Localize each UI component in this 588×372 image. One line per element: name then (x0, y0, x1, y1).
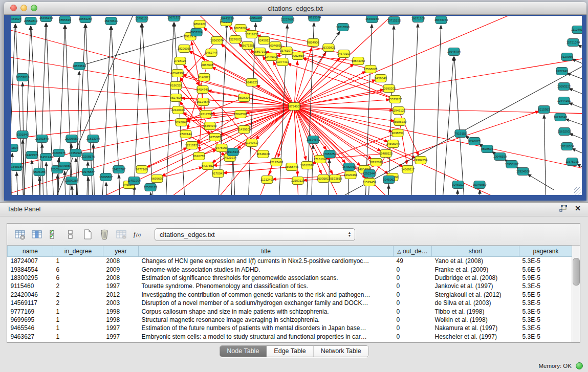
table-cell[interactable]: de Silva et al. (2003) (432, 299, 519, 307)
graph-node[interactable]: 20208576 (81, 153, 95, 161)
table-cell[interactable]: 0 (394, 291, 432, 299)
graph-node[interactable]: 18843362 (352, 57, 365, 65)
table-cell[interactable]: 22420046 (8, 291, 53, 299)
table-row[interactable]: 1872400712008Changes of HCN gene express… (8, 257, 573, 266)
graph-node[interactable]: 20553819 (24, 17, 38, 25)
graph-node[interactable]: 12446925 (265, 53, 278, 61)
table-cell[interactable]: 0 (394, 274, 432, 282)
table-cell[interactable]: 5.3E-5 (519, 307, 573, 315)
table-cell[interactable]: 2012 (103, 291, 139, 299)
table-cell[interactable]: 0 (394, 324, 432, 332)
table-row[interactable]: 1830029562008Estimation of significance … (8, 274, 573, 282)
table-cell[interactable]: 2008 (103, 257, 139, 266)
graph-node[interactable]: 9699695 (151, 175, 163, 183)
minimize-window-button[interactable] (20, 5, 27, 11)
graph-node[interactable]: 11548408 (256, 150, 270, 158)
table-cell[interactable]: Jankovic et al. (1997) (432, 282, 519, 290)
graph-node[interactable]: 9375885 (209, 134, 221, 141)
rows-icon[interactable] (63, 227, 78, 242)
graph-node[interactable]: 16339821 (322, 44, 336, 52)
graph-node[interactable]: 17359928 (69, 149, 83, 157)
column-header-short[interactable]: short (432, 246, 519, 257)
graph-node[interactable]: 9855819 (59, 16, 71, 24)
table-cell[interactable]: 1 (53, 257, 103, 266)
table-cell[interactable]: Investigating the contribution of common… (139, 291, 394, 299)
graph-node[interactable]: 22420046 (171, 106, 185, 114)
graph-node[interactable]: 2803144 (180, 130, 192, 138)
table-cell[interactable]: 5.3E-5 (519, 299, 573, 307)
graph-node[interactable]: 12503123 (291, 177, 305, 185)
graph-node[interactable]: 16210643 (554, 114, 568, 121)
new-file-icon[interactable] (80, 227, 95, 242)
table-settings-icon[interactable] (12, 227, 28, 242)
graph-node[interactable]: 16671308 (411, 16, 425, 23)
column-header-in_degree[interactable]: in_degree (53, 246, 103, 257)
graph-node[interactable]: 9827508 (170, 94, 182, 102)
graph-node[interactable]: 15751074 (567, 39, 580, 47)
table-cell[interactable]: 5.3E-5 (519, 316, 573, 324)
graph-node[interactable]: 14569117 (401, 166, 415, 173)
table-cell[interactable]: 1 (53, 333, 103, 341)
graph-node[interactable]: 2867608 (201, 61, 213, 69)
table-cell[interactable]: 5.3E-5 (519, 333, 573, 341)
function-builder-icon[interactable]: f(x) (130, 227, 146, 242)
table-cell[interactable]: Franke et al. (2009) (432, 265, 519, 273)
table-cell[interactable]: 1998 (103, 307, 139, 315)
column-header-out_de[interactable]: △out_de… (394, 246, 432, 257)
table-row[interactable]: 946362711997Embryonic stem cells: a mode… (8, 333, 573, 341)
table-cell[interactable]: 1997 (103, 282, 139, 290)
table-cell[interactable]: 1 (53, 324, 103, 332)
graph-node[interactable]: 10553287 (249, 16, 263, 22)
graph-node[interactable]: 9245022 (452, 181, 464, 189)
graph-node[interactable]: 9463627 (11, 16, 21, 23)
graph-node[interactable]: 16867198 (253, 48, 267, 56)
graph-node[interactable]: 20206576 (52, 149, 66, 157)
scrollbar-thumb[interactable] (573, 258, 580, 286)
graph-node[interactable]: 20443719 (221, 16, 234, 23)
graph-node[interactable]: 10653267 (234, 25, 248, 32)
graph-node[interactable]: 15692931 (558, 128, 572, 136)
table-cell[interactable]: Tibbo et al. (1998) (432, 307, 519, 315)
graph-node[interactable]: 13534571 (307, 136, 320, 144)
graph-node[interactable]: 9246025 (468, 138, 481, 145)
table-cell[interactable]: 5.5E-5 (519, 291, 573, 299)
tab-edge-table[interactable]: Edge Table (267, 346, 313, 357)
graph-node[interactable]: 8610755 (193, 152, 205, 160)
table-cell[interactable]: 5.9E-5 (519, 274, 573, 282)
close-window-button[interactable] (10, 5, 17, 11)
graph-node[interactable]: 18226058 (178, 45, 191, 53)
graph-node[interactable]: 15227602 (281, 16, 295, 24)
graph-node[interactable]: 17240417 (245, 139, 259, 147)
graph-node[interactable]: 9505185 (33, 168, 46, 176)
table-source-dropdown[interactable]: citations_edges.txt ▲▼ (155, 228, 355, 241)
column-header-name[interactable]: name (8, 246, 53, 257)
zoom-window-button[interactable] (31, 5, 37, 11)
window-titlebar[interactable]: citations_edges.txt (4, 2, 586, 15)
graph-node[interactable]: 9129966 (561, 53, 573, 61)
table-cell[interactable]: 0 (394, 307, 432, 315)
graph-node[interactable]: 9860123 (193, 20, 206, 28)
graph-node[interactable]: 12920461 (344, 171, 358, 179)
graph-node[interactable]: 16494049 (203, 122, 217, 130)
graph-node[interactable]: 9170041 (212, 170, 224, 178)
graph-node[interactable]: 10719155 (245, 31, 259, 38)
graph-node[interactable]: 18313074 (308, 16, 321, 21)
graph-node[interactable]: 17016504 (560, 143, 574, 150)
graph-node[interactable]: 12093522 (557, 83, 571, 91)
graph-node[interactable]: 11529459 (363, 179, 377, 186)
network-canvas[interactable]: 18724007 9860123 8912954 18226058 271812… (11, 16, 582, 195)
table-cell[interactable]: 6 (53, 274, 103, 282)
graph-node[interactable]: 10553819 (16, 74, 30, 81)
graph-node[interactable]: 8838304 (238, 94, 250, 102)
graph-node[interactable]: 11212491 (260, 176, 274, 184)
table-cell[interactable]: Embryonic stem cells: a model to study s… (139, 333, 394, 341)
graph-node[interactable]: 2718126 (174, 57, 186, 65)
graph-node[interactable]: 16543392 (171, 70, 185, 77)
graph-node[interactable]: 15124549 (197, 98, 210, 106)
graph-node[interactable]: 11945123 (392, 107, 406, 115)
column-header-year[interactable]: year (103, 246, 139, 257)
table-cell[interactable]: Dudbridge et al. (2008) (432, 274, 519, 282)
table-row[interactable]: 969969511998Structural magnetic resonanc… (8, 316, 573, 324)
table-cell[interactable]: Hescheler et al. (1997) (432, 333, 519, 341)
table-cell[interactable]: 14569117 (8, 299, 53, 307)
